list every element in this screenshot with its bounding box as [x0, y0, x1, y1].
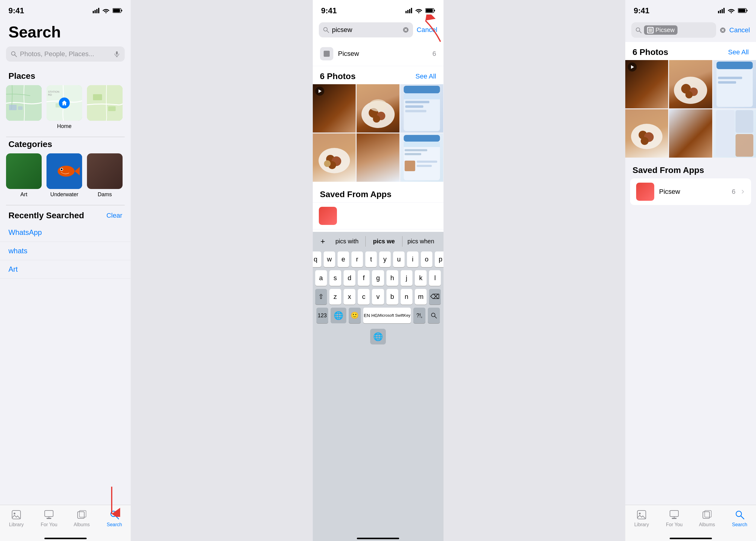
search-icon — [11, 51, 17, 57]
right-saved-item[interactable]: Picsew 6 — [630, 178, 751, 205]
key-l[interactable]: l — [429, 270, 441, 286]
key-e[interactable]: e — [338, 252, 349, 267]
place-item-1[interactable] — [6, 85, 42, 130]
photo-cell-6[interactable] — [400, 134, 443, 182]
play-button-1[interactable] — [315, 87, 324, 96]
key-g[interactable]: g — [372, 270, 384, 286]
middle-search-input[interactable]: picsew — [319, 22, 413, 37]
svg-rect-8 — [116, 51, 118, 55]
right-cancel-button[interactable]: Cancel — [729, 26, 750, 34]
play-button-r1[interactable] — [628, 63, 637, 72]
key-n[interactable]: n — [400, 289, 412, 304]
tab-library[interactable]: Library — [0, 509, 33, 527]
key-v[interactable]: v — [372, 289, 384, 304]
middle-see-all[interactable]: See All — [415, 73, 436, 80]
key-search-kbd[interactable] — [428, 307, 440, 323]
right-tab-albums-label: Albums — [699, 522, 715, 527]
clear-icon-r[interactable] — [720, 27, 726, 33]
right-photo-5[interactable] — [669, 109, 712, 158]
right-phone-panel: 9:41 Picsew Cancel 6 Photos See All — [625, 0, 756, 541]
search-input-text: picsew — [332, 26, 400, 34]
svg-rect-83 — [738, 9, 745, 12]
photo-cell-5[interactable] — [357, 134, 399, 182]
clear-search-icon[interactable] — [403, 27, 409, 33]
key-z[interactable]: z — [330, 289, 341, 304]
category-dams[interactable]: Dams — [87, 153, 123, 198]
right-tab-library[interactable]: Library — [625, 509, 658, 527]
category-thumb-art — [6, 153, 42, 189]
photo-cell-1[interactable] — [313, 84, 356, 133]
albums-tab-icon — [76, 509, 87, 520]
photo-cell-4[interactable] — [313, 134, 356, 182]
svg-text:RD: RD — [48, 93, 52, 96]
svg-rect-39 — [409, 9, 410, 13]
key-globe[interactable]: 🌐 — [331, 307, 346, 323]
svg-point-43 — [324, 27, 327, 31]
category-art[interactable]: Art — [6, 153, 42, 198]
key-t[interactable]: t — [365, 252, 377, 267]
recently-clear-button[interactable]: Clear — [106, 212, 122, 220]
right-see-all[interactable]: See All — [728, 48, 749, 56]
recent-item-whats[interactable]: whats — [0, 242, 131, 260]
right-photo-3[interactable] — [713, 60, 756, 108]
right-photo-2[interactable] — [669, 60, 712, 108]
svg-rect-49 — [324, 51, 330, 57]
left-status-bar: 9:41 — [0, 0, 131, 18]
suggestion-pics-with[interactable]: pics with — [329, 236, 366, 247]
key-s[interactable]: s — [330, 270, 341, 286]
photo-cell-2[interactable] — [357, 84, 399, 133]
key-k[interactable]: k — [415, 270, 426, 286]
key-r[interactable]: r — [352, 252, 363, 267]
key-q[interactable]: q — [313, 252, 322, 267]
key-d[interactable]: d — [344, 270, 356, 286]
right-tab-for-you[interactable]: For You — [658, 509, 690, 527]
suggestion-pics-we[interactable]: pics we — [366, 236, 402, 247]
key-i[interactable]: i — [407, 252, 418, 267]
suggestion-row[interactable]: Picsew 6 — [313, 42, 443, 66]
key-p[interactable]: p — [435, 252, 443, 267]
right-saved-name: Picsew — [659, 188, 727, 196]
key-y[interactable]: y — [379, 252, 391, 267]
key-space[interactable]: EN HGMicrosoft SwiftKey — [363, 307, 411, 323]
right-photo-6[interactable] — [713, 109, 756, 158]
svg-rect-97 — [716, 62, 753, 69]
place-item-2[interactable]: STATION RD Home — [47, 85, 82, 130]
tab-for-you[interactable]: For You — [33, 509, 65, 527]
key-backspace[interactable]: ⌫ — [429, 289, 441, 304]
key-j[interactable]: j — [400, 270, 412, 286]
right-search-input[interactable]: Picsew — [631, 22, 716, 38]
category-underwater[interactable]: Underwater — [47, 153, 82, 198]
key-h[interactable]: h — [386, 270, 398, 286]
key-123[interactable]: 123 — [317, 307, 329, 323]
key-o[interactable]: o — [421, 252, 432, 267]
right-photo-1[interactable] — [625, 60, 668, 108]
tab-albums[interactable]: Albums — [66, 509, 98, 527]
search-tag-picsew: Picsew — [644, 25, 677, 35]
recent-item-whatsapp[interactable]: WhatsApp — [0, 224, 131, 242]
photo-cell-3[interactable] — [400, 84, 443, 133]
key-u[interactable]: u — [393, 252, 404, 267]
right-photo-4[interactable] — [625, 109, 668, 158]
right-tab-search[interactable]: Search — [723, 509, 756, 527]
key-x[interactable]: x — [344, 289, 356, 304]
wifi-icon-r — [728, 8, 735, 13]
left-search-bar[interactable]: Photos, People, Places... — [6, 47, 125, 62]
svg-rect-72 — [404, 153, 421, 155]
key-punctuation[interactable]: ?!, — [413, 307, 425, 323]
place-item-3[interactable] — [87, 85, 123, 130]
key-m[interactable]: m — [415, 289, 426, 304]
key-w[interactable]: w — [324, 252, 335, 267]
suggestion-pics-when[interactable]: pics when — [402, 236, 439, 247]
right-tab-library-label: Library — [634, 522, 649, 527]
right-tab-albums[interactable]: Albums — [691, 509, 723, 527]
key-f[interactable]: f — [358, 270, 370, 286]
key-b[interactable]: b — [386, 289, 398, 304]
key-emoji[interactable]: 🙂 — [349, 307, 361, 323]
middle-saved-item[interactable] — [313, 202, 443, 230]
recent-item-art[interactable]: Art — [0, 260, 131, 278]
svg-rect-38 — [407, 10, 408, 13]
key-c[interactable]: c — [358, 289, 370, 304]
key-globe-bottom[interactable]: 🌐 — [370, 329, 386, 344]
key-a[interactable]: a — [315, 270, 327, 286]
key-shift[interactable]: ⇧ — [315, 289, 327, 304]
